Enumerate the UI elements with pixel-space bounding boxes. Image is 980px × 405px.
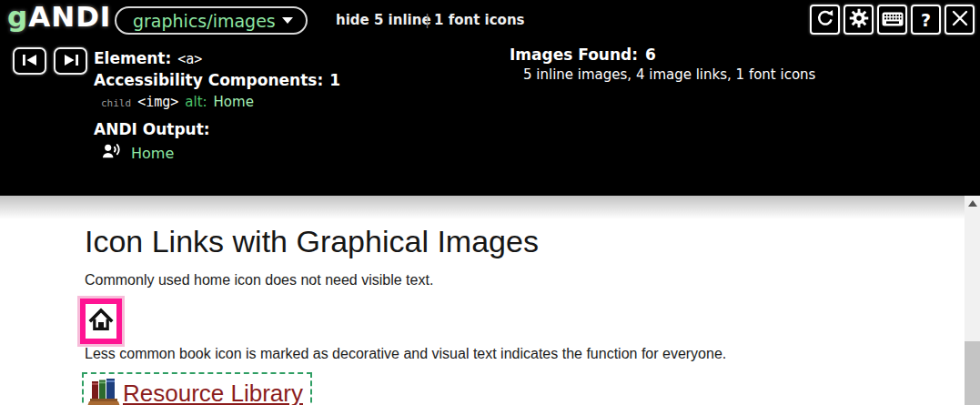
andi-highlight-box	[77, 296, 125, 347]
page-content: Icon Links with Graphical Images Commonl…	[0, 196, 980, 405]
child-label: child	[101, 97, 131, 109]
books-icon	[86, 376, 120, 405]
scrollbar-thumb[interactable]	[965, 341, 980, 405]
andi-logo-name: ANDI	[28, 0, 111, 33]
andi-output-value-line: Home	[94, 143, 340, 163]
scroll-up-button[interactable]	[965, 196, 980, 211]
andi-output-line: ANDI Output:	[94, 120, 340, 138]
images-found-line: Images Found: 6	[510, 46, 815, 64]
images-found-count: 6	[645, 46, 656, 64]
screen: gANDI graphics/images hide 5 inline | 1 …	[0, 0, 980, 405]
link-separator: |	[425, 12, 429, 28]
chevron-down-icon	[282, 17, 293, 24]
child-tag: <img>	[137, 94, 178, 110]
help-button[interactable]: ?	[911, 5, 941, 35]
child-component-line: child <img> alt: Home	[94, 94, 340, 110]
page-title: Icon Links with Graphical Images	[85, 224, 539, 259]
components-label: Accessibility Components:	[94, 71, 323, 89]
refresh-button[interactable]	[810, 5, 840, 35]
close-button[interactable]	[945, 5, 975, 35]
resource-link-box: Resource Library	[82, 372, 312, 405]
images-found-detail: 5 inline images, 4 image links, 1 font i…	[510, 66, 815, 83]
andi-logo: gANDI	[7, 0, 111, 33]
images-found-label: Images Found:	[510, 46, 638, 64]
components-line: Accessibility Components: 1	[94, 71, 340, 89]
home-paragraph: Commonly used home icon does not need vi…	[85, 272, 433, 289]
andi-output-value: Home	[131, 145, 174, 162]
inspector-panel: Element: <a> Accessibility Components: 1…	[94, 49, 340, 163]
module-dropdown-label: graphics/images	[133, 11, 276, 31]
alt-label: alt:	[185, 94, 207, 110]
scrollbar	[965, 196, 980, 405]
speaker-icon	[101, 143, 124, 163]
help-icon: ?	[921, 10, 931, 30]
book-paragraph: Less common book icon is marked as decor…	[85, 346, 726, 362]
components-count: 1	[329, 71, 340, 89]
home-icon	[88, 307, 114, 336]
keyboard-icon	[882, 10, 904, 30]
previous-element-button[interactable]	[13, 47, 46, 75]
element-line: Element: <a>	[94, 49, 340, 67]
resource-library-link[interactable]: Resource Library	[123, 380, 303, 405]
andi-output-label: ANDI Output:	[94, 120, 210, 138]
refresh-icon	[815, 8, 835, 32]
next-element-button[interactable]	[54, 47, 87, 75]
andi-panel: gANDI graphics/images hide 5 inline | 1 …	[0, 0, 980, 196]
andi-highlight-inner	[80, 299, 122, 344]
hide-inline-link[interactable]: hide 5 inline	[336, 12, 431, 28]
alt-value: Home	[214, 94, 254, 110]
andi-logo-g: g	[7, 0, 28, 33]
element-label: Element:	[94, 49, 171, 67]
prev-icon	[21, 53, 39, 70]
module-dropdown[interactable]: graphics/images	[115, 6, 308, 35]
next-icon	[62, 53, 80, 70]
font-icons-link[interactable]: 1 font icons	[434, 12, 525, 28]
settings-button[interactable]	[844, 5, 874, 35]
andi-toolbar: ?	[810, 5, 975, 35]
home-link[interactable]	[86, 304, 116, 339]
close-icon	[952, 10, 968, 30]
element-tag: <a>	[177, 51, 202, 67]
images-found-summary: Images Found: 6 5 inline images, 4 image…	[510, 46, 815, 83]
scroll-up-icon	[968, 200, 977, 207]
keyboard-shortcuts-button[interactable]	[877, 5, 907, 35]
panel-shadow	[0, 196, 980, 219]
gear-icon	[849, 8, 869, 32]
